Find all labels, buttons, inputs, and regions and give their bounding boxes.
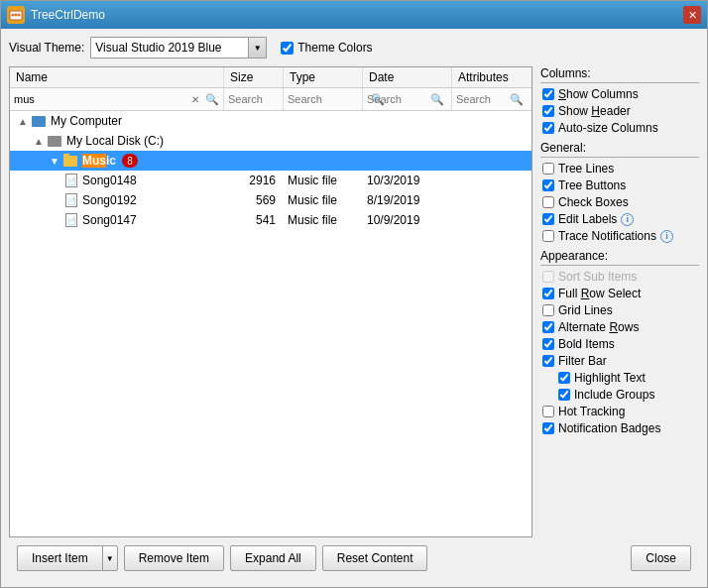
label-filter-bar: Filter Bar [558, 354, 607, 368]
main-window: TreeCtrlDemo ✕ Visual Theme: Visual Stud… [0, 0, 708, 588]
search-name-cell: ✕ 🔍 [10, 88, 224, 110]
title-bar: TreeCtrlDemo ✕ [1, 1, 707, 29]
expand-music[interactable]: ▼ [50, 156, 61, 167]
search-attrs-input[interactable] [454, 93, 532, 105]
checkbox-full-row[interactable] [542, 288, 554, 299]
check-full-row[interactable]: Full Row Select [540, 287, 699, 300]
tree-row-song0192[interactable]: 📄 Song0192 569 Music file 8/19/2019 [10, 190, 531, 210]
checkbox-bold-items[interactable] [542, 338, 554, 350]
right-panel: Columns: Show Columns Show Header Auto-s… [540, 66, 699, 537]
checkbox-hot-tracking[interactable] [542, 406, 554, 417]
insert-item-dropdown[interactable]: ▼ [102, 545, 118, 571]
checkbox-autosize-columns[interactable] [542, 122, 554, 134]
check-tree-lines[interactable]: Tree Lines [540, 162, 699, 176]
song0147-size: 541 [224, 213, 284, 227]
check-show-columns[interactable]: Show Columns [540, 87, 699, 101]
label-tree-lines: Tree Lines [558, 162, 614, 176]
song0148-type: Music file [284, 174, 363, 187]
tree-cell-disk-name: ▲ My Local Disk (C:) [10, 134, 224, 148]
check-include-groups[interactable]: Include Groups [540, 388, 699, 402]
insert-item-wrap: Insert Item ▼ [17, 545, 118, 571]
label-full-row: Full Row Select [558, 287, 641, 300]
edit-labels-info-icon[interactable]: i [621, 213, 634, 226]
checkbox-alt-rows[interactable] [542, 321, 554, 333]
check-bold-items[interactable]: Bold Items [540, 337, 699, 351]
song0192-size: 569 [224, 193, 284, 207]
col-size: Size [224, 67, 284, 87]
close-icon[interactable]: ✕ [683, 6, 701, 24]
label-trace-notif: Trace Notifications [558, 229, 656, 243]
theme-colors-check[interactable]: Theme Colors [281, 41, 372, 55]
app-icon [7, 6, 25, 24]
checkbox-show-columns[interactable] [542, 88, 554, 100]
checkbox-show-header[interactable] [542, 105, 554, 117]
check-edit-labels[interactable]: Edit Labels i [540, 212, 699, 226]
label-include-groups: Include Groups [574, 388, 654, 402]
checkbox-notif-badges[interactable] [542, 422, 554, 434]
check-hot-tracking[interactable]: Hot Tracking [540, 405, 699, 418]
folder-icon [63, 156, 77, 167]
check-check-boxes[interactable]: Check Boxes [540, 195, 699, 209]
search-clear-icon[interactable]: ✕ [189, 94, 201, 105]
checkbox-tree-lines[interactable] [542, 163, 554, 175]
label-bold-items: Bold Items [558, 337, 615, 351]
checkbox-sort-sub[interactable] [542, 271, 554, 283]
checkbox-trace-notif[interactable] [542, 230, 554, 242]
song0148-date: 10/3/2019 [363, 174, 452, 187]
computer-icon [32, 116, 46, 127]
song0147-type: Music file [284, 213, 363, 227]
label-sort-sub: Sort Sub Items [558, 270, 637, 284]
checkbox-filter-bar[interactable] [542, 355, 554, 367]
label-highlight-text: Highlight Text [574, 371, 646, 385]
bottom-bar: Insert Item ▼ Remove Item Expand All Res… [9, 537, 699, 579]
insert-item-button[interactable]: Insert Item [17, 545, 102, 571]
tree-cell-song0148-name: 📄 Song0148 [10, 174, 224, 187]
check-tree-buttons[interactable]: Tree Buttons [540, 178, 699, 192]
check-highlight-text[interactable]: Highlight Text [540, 371, 699, 385]
song0192-type: Music file [284, 193, 363, 207]
search-row: ✕ 🔍 🔍 🔍 [10, 88, 531, 111]
svg-point-1 [12, 14, 15, 17]
disk-icon [48, 136, 61, 147]
tree-row-computer[interactable]: ▲ My Computer [10, 111, 531, 131]
checkbox-tree-buttons[interactable] [542, 179, 554, 191]
checkbox-check-boxes[interactable] [542, 196, 554, 208]
checkbox-include-groups[interactable] [558, 389, 570, 401]
checkbox-grid-lines[interactable] [542, 304, 554, 316]
search-icon-name: 🔍 [203, 93, 221, 106]
check-alt-rows[interactable]: Alternate Rows [540, 320, 699, 334]
check-notif-badges[interactable]: Notification Badges [540, 421, 699, 435]
check-trace-notif[interactable]: Trace Notifications i [540, 229, 699, 243]
song0147-label: Song0147 [82, 213, 137, 227]
tree-row-disk[interactable]: ▲ My Local Disk (C:) [10, 131, 531, 151]
label-show-columns: Show Columns [558, 87, 639, 101]
checkbox-highlight-text[interactable] [558, 372, 570, 384]
check-sort-sub[interactable]: Sort Sub Items [540, 270, 699, 284]
expand-computer[interactable]: ▲ [18, 116, 30, 127]
trace-notif-info-icon[interactable]: i [660, 230, 673, 243]
tree-row-music[interactable]: ▼ Music 8 [10, 151, 531, 171]
check-filter-bar[interactable]: Filter Bar [540, 354, 699, 368]
col-name: Name [10, 67, 224, 87]
expand-all-button[interactable]: Expand All [230, 545, 316, 571]
file-icon-song0192: 📄 [65, 193, 77, 207]
tree-row-song0148[interactable]: 📄 Song0148 2916 Music file 10/3/2019 [10, 171, 531, 190]
search-attrs-cell: 🔍 [452, 88, 531, 110]
expand-disk[interactable]: ▲ [34, 136, 46, 147]
close-button[interactable]: Close [631, 545, 691, 571]
theme-colors-checkbox[interactable] [281, 42, 294, 55]
tree-cell-music-name: ▼ Music 8 [10, 154, 224, 168]
remove-item-button[interactable]: Remove Item [124, 545, 224, 571]
checkbox-edit-labels[interactable] [542, 213, 554, 225]
search-name-input[interactable] [12, 93, 187, 105]
check-autosize-columns[interactable]: Auto-size Columns [540, 121, 699, 135]
tree-cell-computer-name: ▲ My Computer [10, 114, 224, 128]
check-grid-lines[interactable]: Grid Lines [540, 303, 699, 317]
section-appearance-title: Appearance: [540, 249, 699, 266]
check-show-header[interactable]: Show Header [540, 104, 699, 118]
theme-select[interactable]: Visual Studio 2019 Blue [90, 37, 249, 59]
tree-row-song0147[interactable]: 📄 Song0147 541 Music file 10/9/2019 [10, 210, 531, 230]
theme-dropdown-btn[interactable]: ▼ [249, 37, 267, 59]
disk-label: My Local Disk (C:) [66, 134, 164, 148]
reset-content-button[interactable]: Reset Content [322, 545, 428, 571]
